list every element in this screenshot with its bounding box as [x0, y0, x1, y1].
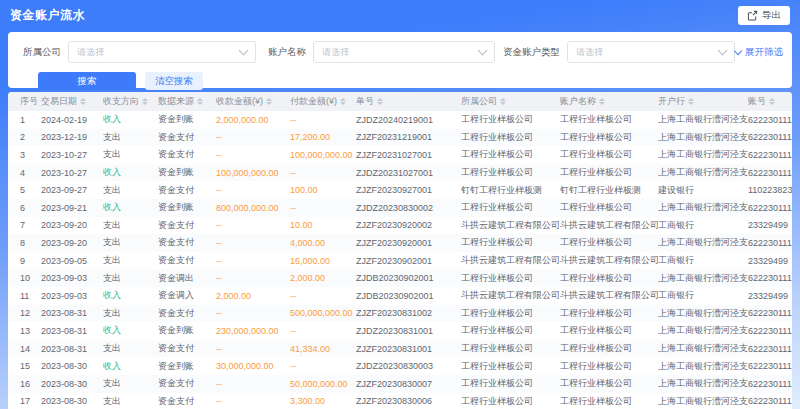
cell-direction: 支出 — [103, 272, 158, 285]
cell-source: 资金到账 — [158, 360, 216, 373]
sort-icon[interactable] — [340, 98, 346, 105]
account-name-select[interactable]: 请选择 — [313, 41, 495, 63]
sort-icon[interactable] — [266, 98, 272, 105]
export-icon — [747, 10, 758, 21]
cell-bank: 建设银行 — [658, 184, 748, 197]
cell-account_name: 钉钉工程行业样板测 — [560, 184, 658, 197]
cell-account_no: 622230111 — [748, 150, 792, 160]
table-row: 132023-08-31收入资金到账230,000,000.00--ZJDZ20… — [8, 322, 792, 340]
chevron-down-icon — [718, 46, 728, 56]
cell-account_no: 622230111 — [748, 115, 792, 125]
column-header-account_name[interactable]: 账户名称 — [560, 95, 658, 108]
export-button[interactable]: 导出 — [738, 6, 790, 25]
cell-direction: 收入 — [103, 324, 158, 337]
cell-index: 8 — [20, 238, 41, 248]
cell-bank: 上海工商银行漕河泾支行 — [658, 113, 748, 126]
column-header-order_no[interactable]: 单号 — [356, 95, 461, 108]
table-row: 142023-08-31支出资金支付--41,334.00ZJZF2023083… — [8, 340, 792, 358]
cell-income: -- — [216, 132, 290, 142]
sort-icon[interactable] — [142, 98, 148, 105]
cell-payment: 50,000,000.00 — [290, 379, 356, 389]
column-header-account_no[interactable]: 账号 — [748, 95, 792, 108]
cell-bank: 工商银行 — [658, 219, 748, 232]
cell-date: 2023-10-27 — [41, 150, 103, 160]
cell-payment: -- — [290, 168, 356, 178]
expand-filters-link[interactable]: 展开筛选 — [735, 46, 783, 59]
cell-index: 7 — [20, 220, 41, 230]
cell-income: -- — [216, 238, 290, 248]
cell-company: 工程行业样板公司 — [461, 342, 560, 355]
column-header-source[interactable]: 数据来源 — [158, 95, 216, 108]
cell-direction: 支出 — [103, 148, 158, 161]
column-header-income[interactable]: 收款金额(¥) — [216, 95, 290, 108]
cell-index: 5 — [20, 185, 41, 195]
cell-source: 资金支付 — [158, 342, 216, 355]
column-header-label: 付款金额(¥) — [290, 95, 337, 108]
cell-income: -- — [216, 308, 290, 318]
column-header-bank[interactable]: 开户行 — [658, 95, 748, 108]
sort-icon[interactable] — [769, 98, 775, 105]
company-select[interactable]: 请选择 — [68, 41, 256, 63]
cell-bank: 上海工商银行漕河泾支行 — [658, 360, 748, 373]
sort-icon[interactable] — [80, 98, 86, 105]
chevron-down-icon — [478, 46, 488, 56]
cell-account_name: 工程行业样板公司 — [560, 342, 658, 355]
cell-account_no: 622230111 — [748, 326, 792, 336]
cell-date: 2023-09-20 — [41, 220, 103, 230]
table-row: 22023-12-19支出资金支付--17,200.00ZJZF20231219… — [8, 129, 792, 147]
cell-company: 工程行业样板公司 — [461, 166, 560, 179]
cell-income: -- — [216, 273, 290, 283]
sort-icon[interactable] — [599, 98, 605, 105]
table-row: 52023-09-27支出资金支付--100.00ZJZF20230927001… — [8, 181, 792, 199]
cell-account_no: 622230111 — [748, 308, 792, 318]
account-type-select[interactable]: 请选择 — [567, 41, 735, 63]
sort-icon[interactable] — [197, 98, 203, 105]
column-header-date[interactable]: 交易日期 — [41, 95, 103, 108]
cell-bank: 上海工商银行漕河泾支行 — [658, 342, 748, 355]
column-header-direction[interactable]: 收支方向 — [103, 95, 158, 108]
cell-income: 230,000,000.00 — [216, 326, 290, 336]
sort-icon[interactable] — [500, 98, 506, 105]
cell-account_no: 622230111 — [748, 168, 792, 178]
cell-account_name: 工程行业样板公司 — [560, 324, 658, 337]
table-row: 62023-09-21收入资金到账800,000,000.00--ZJDZ202… — [8, 199, 792, 217]
cell-payment: 100.00 — [290, 185, 356, 195]
cell-payment: -- — [290, 203, 356, 213]
cell-index: 11 — [20, 291, 41, 301]
cell-account_no: 622230111 — [748, 379, 792, 389]
table-body: 12024-02-19收入资金到账2,000,000.00--ZJDZ20240… — [8, 111, 792, 409]
cell-order_no: ZJDB20230902001 — [356, 291, 461, 301]
cell-index: 1 — [20, 115, 41, 125]
cell-order_no: ZJDZ20230830002 — [356, 203, 461, 213]
cell-account_name: 工程行业样板公司 — [560, 131, 658, 144]
cell-company: 工程行业样板公司 — [461, 324, 560, 337]
cell-source: 资金调出 — [158, 272, 216, 285]
cell-direction: 支出 — [103, 254, 158, 267]
cell-order_no: ZJZF20230902001 — [356, 256, 461, 266]
cell-source: 资金支付 — [158, 307, 216, 320]
cell-source: 资金到账 — [158, 201, 216, 214]
table-row: 32023-10-27支出资金支付--100,000,000.00ZJZF202… — [8, 146, 792, 164]
cell-account_name: 工程行业样板公司 — [560, 148, 658, 161]
search-button[interactable]: 搜索 — [38, 72, 136, 90]
cell-payment: 500,000,000.00 — [290, 308, 356, 318]
chevron-down-icon — [239, 46, 249, 56]
cell-bank: 上海工商银行漕河泾支行 — [658, 166, 748, 179]
clear-search-button[interactable]: 清空搜索 — [145, 72, 203, 90]
cell-index: 9 — [20, 256, 41, 266]
cell-date: 2023-12-19 — [41, 132, 103, 142]
cell-direction: 支出 — [103, 236, 158, 249]
column-header-payment[interactable]: 付款金额(¥) — [290, 95, 356, 108]
column-header-company[interactable]: 所属公司 — [461, 95, 560, 108]
cell-index: 15 — [20, 361, 41, 371]
cell-income: -- — [216, 344, 290, 354]
sort-icon[interactable] — [688, 98, 694, 105]
table-row: 162023-08-30支出资金支付--50,000,000.00ZJZF202… — [8, 375, 792, 393]
sort-icon[interactable] — [377, 98, 383, 105]
cell-account_name: 工程行业样板公司 — [560, 395, 658, 408]
table-row: 172023-08-30支出资金支付--3,300.00ZJZF20230830… — [8, 393, 792, 409]
cell-account_no: 622230111 — [748, 344, 792, 354]
cell-bank: 上海工商银行漕河泾支行 — [658, 377, 748, 390]
cell-company: 工程行业样板公司 — [461, 113, 560, 126]
cell-date: 2023-09-20 — [41, 238, 103, 248]
